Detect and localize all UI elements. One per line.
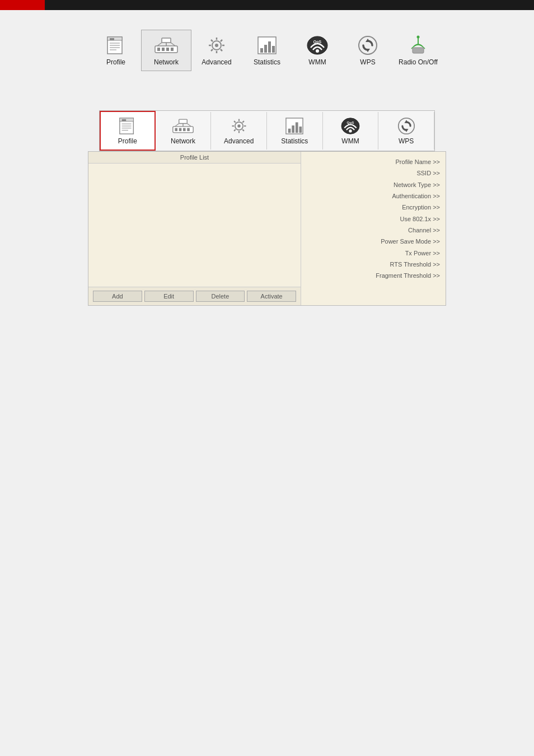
profile-list-body [88,164,301,287]
radio-icon [406,35,430,56]
svg-point-32 [316,49,319,53]
toolbar1-item-radio[interactable]: Radio On/Off [393,30,443,71]
svg-text:QoS: QoS [347,120,354,124]
edit-button[interactable]: Edit [144,291,194,302]
svg-rect-68 [292,125,295,133]
profile-icon-2 [116,116,139,136]
wps-icon-2 [395,116,418,136]
statistics-icon-2 [283,116,306,136]
toolbar2-item-profile[interactable]: Profile [100,111,156,151]
toolbar2-item-network[interactable]: Network [156,112,212,150]
toolbar1-label-wmm: WMM [308,58,326,66]
toolbar1-label-statistics: Statistics [254,58,280,66]
toolbar1-item-wmm[interactable]: QoS WMM [292,30,343,71]
advanced-icon-2 [228,116,250,136]
svg-rect-69 [296,122,298,133]
svg-rect-29 [268,41,271,53]
toolbar2-item-wps[interactable]: WPS [378,112,434,150]
svg-rect-28 [264,45,267,53]
profile-panel-inner: Profile List Add Edit Delete Activate Pr… [88,152,446,305]
toolbar2-label-wmm: WMM [341,137,359,145]
svg-line-55 [187,123,191,126]
detail-ssid: SSID >> [305,167,440,179]
toolbar2-item-advanced[interactable]: Advanced [211,112,267,150]
toolbar1-label-radio: Radio On/Off [399,58,438,66]
svg-rect-48 [175,128,177,131]
toolbar1-item-profile[interactable]: Profile [91,30,141,71]
wps-icon [355,35,380,56]
toolbar2-item-wmm[interactable]: QoS WMM [323,112,379,150]
svg-rect-1 [107,37,122,40]
svg-line-15 [171,43,175,46]
toolbar1-label-profile: Profile [106,58,125,66]
svg-line-23 [221,49,222,51]
svg-point-72 [349,129,352,132]
detail-profile-name: Profile Name >> [305,156,440,167]
toolbar1-item-statistics[interactable]: Statistics [242,30,292,71]
toolbar2-label-statistics: Statistics [281,137,308,145]
wmm-icon: QoS [305,35,330,56]
toolbar1-item-wps[interactable]: WPS [343,30,393,71]
toolbar2-label-network: Network [171,137,195,145]
svg-rect-8 [157,48,160,51]
detail-use-8021x: Use 802.1x >> [305,213,440,225]
toolbar2-label-profile: Profile [118,137,137,145]
delete-button[interactable]: Delete [196,291,245,302]
detail-rts-threshold: RTS Threshold >> [305,259,440,270]
svg-text:QoS: QoS [313,40,322,44]
advanced-icon [204,35,229,56]
detail-power-save: Power Save Mode >> [305,236,440,247]
profile-details-section: Profile Name >> SSID >> Network Type >> … [301,152,446,305]
svg-rect-9 [162,48,165,51]
toolbar1-label-wps: WPS [360,58,375,66]
svg-rect-41 [120,118,133,122]
svg-rect-27 [260,48,263,53]
svg-rect-11 [171,48,174,51]
toolbar1-label-advanced: Advanced [202,58,231,66]
svg-rect-10 [166,48,169,51]
statistics-icon [255,35,279,56]
network-icon-2 [172,116,194,136]
add-button[interactable]: Add [93,291,142,302]
detail-fragment-threshold: Fragment Threshold >> [305,270,440,281]
detail-tx-power: Tx Power >> [305,248,440,259]
svg-line-62 [234,121,236,123]
svg-rect-30 [272,46,275,53]
toolbar2-item-statistics[interactable]: Statistics [267,112,323,150]
wmm-icon-2: QoS [339,116,362,136]
profile-list-title: Profile List [88,152,301,164]
svg-rect-39 [413,48,424,53]
svg-line-22 [211,40,213,41]
svg-point-57 [237,124,240,127]
profile-panel: Profile List Add Edit Delete Activate Pr… [88,151,446,306]
toolbar2-label-wps: WPS [399,137,414,145]
svg-line-14 [157,43,162,46]
svg-rect-49 [179,128,182,131]
svg-line-24 [221,40,222,41]
toolbar-secondary: Profile Network [99,110,435,151]
svg-rect-51 [187,128,190,131]
svg-rect-13 [162,38,171,43]
detail-encryption: Encryption >> [305,202,440,213]
toolbar2-label-advanced: Advanced [224,137,254,145]
svg-line-25 [211,49,213,51]
svg-rect-6 [110,38,114,40]
svg-point-17 [215,44,218,47]
svg-rect-53 [179,119,188,123]
svg-line-63 [242,129,244,131]
activate-button[interactable]: Activate [247,291,296,302]
svg-line-65 [234,129,236,131]
toolbar1-item-advanced[interactable]: Advanced [191,30,242,71]
toolbar1-label-network: Network [154,58,179,66]
toolbar1-item-network[interactable]: Network [141,30,191,71]
detail-channel: Channel >> [305,225,440,236]
top-bar-accent [0,0,45,10]
detail-authentication: Authentication >> [305,190,440,202]
top-bar [0,0,534,10]
svg-rect-50 [183,128,186,131]
svg-rect-70 [299,127,302,133]
profile-list-buttons: Add Edit Delete Activate [88,287,301,305]
profile-icon [104,35,128,56]
main-content: Profile Network [0,10,534,317]
svg-line-54 [175,123,179,126]
